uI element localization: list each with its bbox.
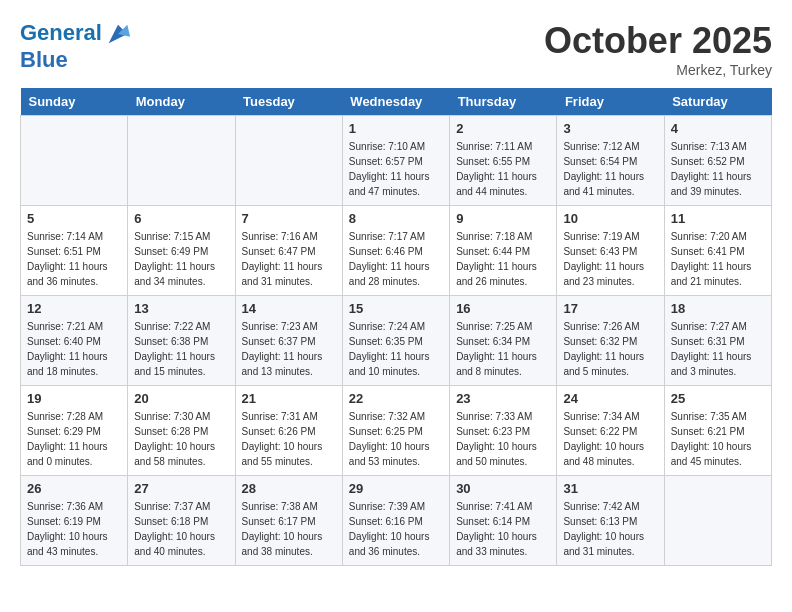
day-cell: 25Sunrise: 7:35 AMSunset: 6:21 PMDayligh… bbox=[664, 386, 771, 476]
day-info: Sunrise: 7:39 AMSunset: 6:16 PMDaylight:… bbox=[349, 499, 443, 559]
day-info: Sunrise: 7:13 AMSunset: 6:52 PMDaylight:… bbox=[671, 139, 765, 199]
day-cell: 13Sunrise: 7:22 AMSunset: 6:38 PMDayligh… bbox=[128, 296, 235, 386]
day-info: Sunrise: 7:16 AMSunset: 6:47 PMDaylight:… bbox=[242, 229, 336, 289]
day-cell bbox=[235, 116, 342, 206]
day-info: Sunrise: 7:14 AMSunset: 6:51 PMDaylight:… bbox=[27, 229, 121, 289]
day-cell: 22Sunrise: 7:32 AMSunset: 6:25 PMDayligh… bbox=[342, 386, 449, 476]
day-cell: 28Sunrise: 7:38 AMSunset: 6:17 PMDayligh… bbox=[235, 476, 342, 566]
page-header: General Blue October 2025 Merkez, Turkey bbox=[20, 20, 772, 78]
day-number: 16 bbox=[456, 301, 550, 316]
col-header-wednesday: Wednesday bbox=[342, 88, 449, 116]
week-row-1: 1Sunrise: 7:10 AMSunset: 6:57 PMDaylight… bbox=[21, 116, 772, 206]
header-row: SundayMondayTuesdayWednesdayThursdayFrid… bbox=[21, 88, 772, 116]
day-number: 23 bbox=[456, 391, 550, 406]
day-info: Sunrise: 7:26 AMSunset: 6:32 PMDaylight:… bbox=[563, 319, 657, 379]
day-info: Sunrise: 7:20 AMSunset: 6:41 PMDaylight:… bbox=[671, 229, 765, 289]
day-number: 22 bbox=[349, 391, 443, 406]
day-info: Sunrise: 7:17 AMSunset: 6:46 PMDaylight:… bbox=[349, 229, 443, 289]
day-cell: 19Sunrise: 7:28 AMSunset: 6:29 PMDayligh… bbox=[21, 386, 128, 476]
day-number: 4 bbox=[671, 121, 765, 136]
day-number: 15 bbox=[349, 301, 443, 316]
col-header-thursday: Thursday bbox=[450, 88, 557, 116]
day-info: Sunrise: 7:31 AMSunset: 6:26 PMDaylight:… bbox=[242, 409, 336, 469]
day-number: 12 bbox=[27, 301, 121, 316]
day-info: Sunrise: 7:22 AMSunset: 6:38 PMDaylight:… bbox=[134, 319, 228, 379]
day-number: 8 bbox=[349, 211, 443, 226]
day-info: Sunrise: 7:38 AMSunset: 6:17 PMDaylight:… bbox=[242, 499, 336, 559]
day-cell: 11Sunrise: 7:20 AMSunset: 6:41 PMDayligh… bbox=[664, 206, 771, 296]
day-cell: 20Sunrise: 7:30 AMSunset: 6:28 PMDayligh… bbox=[128, 386, 235, 476]
week-row-3: 12Sunrise: 7:21 AMSunset: 6:40 PMDayligh… bbox=[21, 296, 772, 386]
day-cell: 2Sunrise: 7:11 AMSunset: 6:55 PMDaylight… bbox=[450, 116, 557, 206]
day-cell: 3Sunrise: 7:12 AMSunset: 6:54 PMDaylight… bbox=[557, 116, 664, 206]
day-number: 20 bbox=[134, 391, 228, 406]
day-info: Sunrise: 7:36 AMSunset: 6:19 PMDaylight:… bbox=[27, 499, 121, 559]
day-info: Sunrise: 7:41 AMSunset: 6:14 PMDaylight:… bbox=[456, 499, 550, 559]
col-header-monday: Monday bbox=[128, 88, 235, 116]
day-info: Sunrise: 7:25 AMSunset: 6:34 PMDaylight:… bbox=[456, 319, 550, 379]
day-info: Sunrise: 7:33 AMSunset: 6:23 PMDaylight:… bbox=[456, 409, 550, 469]
col-header-friday: Friday bbox=[557, 88, 664, 116]
day-number: 6 bbox=[134, 211, 228, 226]
day-info: Sunrise: 7:27 AMSunset: 6:31 PMDaylight:… bbox=[671, 319, 765, 379]
day-cell: 18Sunrise: 7:27 AMSunset: 6:31 PMDayligh… bbox=[664, 296, 771, 386]
logo: General Blue bbox=[20, 20, 132, 72]
day-info: Sunrise: 7:35 AMSunset: 6:21 PMDaylight:… bbox=[671, 409, 765, 469]
col-header-tuesday: Tuesday bbox=[235, 88, 342, 116]
day-number: 26 bbox=[27, 481, 121, 496]
day-cell: 9Sunrise: 7:18 AMSunset: 6:44 PMDaylight… bbox=[450, 206, 557, 296]
week-row-4: 19Sunrise: 7:28 AMSunset: 6:29 PMDayligh… bbox=[21, 386, 772, 476]
day-cell: 7Sunrise: 7:16 AMSunset: 6:47 PMDaylight… bbox=[235, 206, 342, 296]
week-row-2: 5Sunrise: 7:14 AMSunset: 6:51 PMDaylight… bbox=[21, 206, 772, 296]
day-number: 24 bbox=[563, 391, 657, 406]
day-cell: 17Sunrise: 7:26 AMSunset: 6:32 PMDayligh… bbox=[557, 296, 664, 386]
day-info: Sunrise: 7:10 AMSunset: 6:57 PMDaylight:… bbox=[349, 139, 443, 199]
day-info: Sunrise: 7:30 AMSunset: 6:28 PMDaylight:… bbox=[134, 409, 228, 469]
day-cell: 6Sunrise: 7:15 AMSunset: 6:49 PMDaylight… bbox=[128, 206, 235, 296]
day-cell: 26Sunrise: 7:36 AMSunset: 6:19 PMDayligh… bbox=[21, 476, 128, 566]
logo-text-blue: Blue bbox=[20, 48, 132, 72]
day-info: Sunrise: 7:34 AMSunset: 6:22 PMDaylight:… bbox=[563, 409, 657, 469]
day-cell: 24Sunrise: 7:34 AMSunset: 6:22 PMDayligh… bbox=[557, 386, 664, 476]
day-number: 19 bbox=[27, 391, 121, 406]
logo-text: General bbox=[20, 20, 132, 48]
day-info: Sunrise: 7:32 AMSunset: 6:25 PMDaylight:… bbox=[349, 409, 443, 469]
day-number: 3 bbox=[563, 121, 657, 136]
day-info: Sunrise: 7:12 AMSunset: 6:54 PMDaylight:… bbox=[563, 139, 657, 199]
day-cell bbox=[664, 476, 771, 566]
col-header-saturday: Saturday bbox=[664, 88, 771, 116]
day-cell bbox=[128, 116, 235, 206]
day-info: Sunrise: 7:19 AMSunset: 6:43 PMDaylight:… bbox=[563, 229, 657, 289]
day-cell: 4Sunrise: 7:13 AMSunset: 6:52 PMDaylight… bbox=[664, 116, 771, 206]
day-info: Sunrise: 7:23 AMSunset: 6:37 PMDaylight:… bbox=[242, 319, 336, 379]
logo-icon bbox=[104, 20, 132, 48]
day-cell: 16Sunrise: 7:25 AMSunset: 6:34 PMDayligh… bbox=[450, 296, 557, 386]
day-number: 5 bbox=[27, 211, 121, 226]
day-cell: 23Sunrise: 7:33 AMSunset: 6:23 PMDayligh… bbox=[450, 386, 557, 476]
day-info: Sunrise: 7:28 AMSunset: 6:29 PMDaylight:… bbox=[27, 409, 121, 469]
title-block: October 2025 Merkez, Turkey bbox=[544, 20, 772, 78]
day-number: 25 bbox=[671, 391, 765, 406]
calendar-table: SundayMondayTuesdayWednesdayThursdayFrid… bbox=[20, 88, 772, 566]
day-number: 21 bbox=[242, 391, 336, 406]
day-number: 31 bbox=[563, 481, 657, 496]
day-number: 29 bbox=[349, 481, 443, 496]
day-info: Sunrise: 7:21 AMSunset: 6:40 PMDaylight:… bbox=[27, 319, 121, 379]
day-cell: 27Sunrise: 7:37 AMSunset: 6:18 PMDayligh… bbox=[128, 476, 235, 566]
day-number: 27 bbox=[134, 481, 228, 496]
day-cell: 10Sunrise: 7:19 AMSunset: 6:43 PMDayligh… bbox=[557, 206, 664, 296]
day-cell: 15Sunrise: 7:24 AMSunset: 6:35 PMDayligh… bbox=[342, 296, 449, 386]
day-cell: 5Sunrise: 7:14 AMSunset: 6:51 PMDaylight… bbox=[21, 206, 128, 296]
day-cell: 21Sunrise: 7:31 AMSunset: 6:26 PMDayligh… bbox=[235, 386, 342, 476]
day-info: Sunrise: 7:11 AMSunset: 6:55 PMDaylight:… bbox=[456, 139, 550, 199]
day-number: 1 bbox=[349, 121, 443, 136]
day-cell: 14Sunrise: 7:23 AMSunset: 6:37 PMDayligh… bbox=[235, 296, 342, 386]
day-cell: 12Sunrise: 7:21 AMSunset: 6:40 PMDayligh… bbox=[21, 296, 128, 386]
day-cell: 1Sunrise: 7:10 AMSunset: 6:57 PMDaylight… bbox=[342, 116, 449, 206]
day-number: 18 bbox=[671, 301, 765, 316]
col-header-sunday: Sunday bbox=[21, 88, 128, 116]
day-number: 2 bbox=[456, 121, 550, 136]
day-number: 13 bbox=[134, 301, 228, 316]
day-cell: 30Sunrise: 7:41 AMSunset: 6:14 PMDayligh… bbox=[450, 476, 557, 566]
day-number: 17 bbox=[563, 301, 657, 316]
